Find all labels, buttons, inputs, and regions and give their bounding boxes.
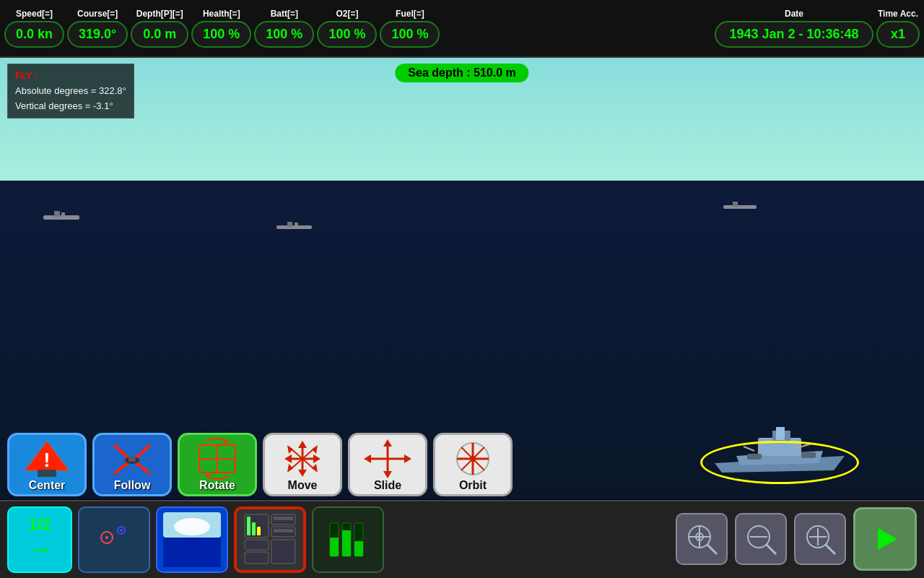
target-zoom-icon: + — [685, 522, 718, 556]
svg-rect-87 — [330, 538, 339, 556]
svg-rect-78 — [245, 552, 269, 564]
page-indicator: 1/2 — [29, 515, 51, 534]
course-group: Course[=] 319.0° — [67, 9, 128, 48]
svg-marker-41 — [284, 454, 292, 463]
svg-marker-49 — [287, 464, 293, 473]
batt-group: Batt[=] 100 % — [254, 9, 314, 48]
orbit-label: Orbit — [459, 480, 487, 491]
svg-rect-89 — [342, 530, 351, 556]
center-icon: ! — [22, 438, 72, 480]
svg-rect-79 — [271, 540, 295, 564]
ship-3 — [722, 201, 758, 214]
speed-value[interactable]: 0.0 kn — [4, 21, 64, 48]
course-value[interactable]: 319.0° — [67, 21, 128, 48]
svg-rect-30 — [128, 456, 136, 462]
acc-value[interactable]: x1 — [876, 21, 920, 48]
o2-label[interactable]: O2[=] — [336, 9, 358, 19]
control-buttons: ! Center Follow — [0, 430, 505, 499]
depth-value[interactable]: 0.0 m — [131, 21, 188, 48]
date-value[interactable]: 1943 Jan 2 - 10:36:48 — [715, 21, 873, 48]
svg-marker-51 — [312, 464, 318, 473]
systems-icon — [319, 512, 377, 567]
systems-button[interactable] — [312, 506, 384, 573]
tactical-map-button[interactable] — [78, 506, 150, 573]
ship-2 — [274, 220, 314, 235]
slide-icon — [362, 438, 413, 480]
acc-label[interactable]: Time Acc. — [878, 9, 918, 19]
date-label[interactable]: Date — [785, 9, 803, 19]
svg-rect-5 — [295, 223, 298, 226]
o2-group: O2[=] 100 % — [317, 9, 377, 48]
depth-label[interactable]: Depth[P][=] — [136, 9, 183, 19]
follow-icon — [107, 438, 157, 480]
rotate-button[interactable]: Rotate — [178, 433, 257, 496]
batt-value[interactable]: 100 % — [254, 21, 314, 48]
svg-marker-37 — [298, 441, 307, 448]
svg-rect-6 — [723, 205, 757, 209]
batt-label[interactable]: Batt[=] — [271, 9, 298, 19]
depth-group: Depth[P][=] 0.0 m — [131, 9, 188, 48]
svg-rect-3 — [276, 225, 312, 229]
svg-rect-77 — [245, 540, 269, 550]
zoom-out-icon — [744, 522, 777, 556]
svg-rect-83 — [274, 517, 293, 520]
hud-bar: Speed[=] 0.0 kn Course[=] 319.0° Depth[P… — [0, 0, 924, 58]
sea-depth-badge: Sea depth : 510.0 m — [395, 64, 528, 82]
zoom-in-button[interactable] — [794, 513, 846, 565]
scene-button[interactable] — [156, 506, 228, 573]
panels-button[interactable] — [234, 506, 306, 573]
date-group: Date 1943 Jan 2 - 10:36:48 — [715, 9, 873, 48]
target-zoom-button[interactable]: + — [676, 513, 728, 565]
center-button[interactable]: ! Center — [7, 433, 87, 496]
follow-button[interactable]: Follow — [92, 433, 172, 496]
svg-rect-73 — [163, 538, 221, 567]
selection-ring — [700, 441, 859, 484]
svg-rect-81 — [252, 522, 256, 535]
fly-label: FLY : — [15, 70, 38, 81]
svg-marker-47 — [312, 445, 318, 454]
svg-rect-82 — [257, 527, 261, 535]
zoom-out-button[interactable] — [735, 513, 787, 565]
speed-label[interactable]: Speed[=] — [16, 9, 53, 19]
course-label[interactable]: Course[=] — [77, 9, 118, 19]
svg-text:+: + — [697, 533, 701, 541]
health-label[interactable]: Health[=] — [203, 9, 240, 19]
orbit-button[interactable]: Orbit — [433, 433, 513, 496]
svg-point-63 — [470, 456, 476, 462]
svg-rect-64 — [89, 516, 139, 564]
center-label: Center — [29, 480, 66, 491]
svg-marker-43 — [313, 454, 321, 463]
fuel-value[interactable]: 100 % — [380, 21, 440, 48]
svg-marker-53 — [364, 454, 371, 463]
svg-marker-57 — [383, 471, 392, 478]
svg-rect-84 — [274, 529, 293, 532]
svg-marker-54 — [404, 454, 411, 463]
rotate-label: Rotate — [199, 480, 235, 491]
play-icon — [867, 521, 903, 557]
page-nav-button[interactable]: 1/2 → — [7, 506, 72, 573]
orbit-icon — [448, 438, 498, 480]
move-icon — [277, 438, 328, 480]
acc-group: Time Acc. x1 — [876, 9, 920, 48]
health-value[interactable]: 100 % — [191, 21, 251, 48]
svg-rect-91 — [354, 541, 363, 556]
ship-1 — [40, 210, 83, 225]
svg-rect-1 — [54, 211, 60, 217]
move-label: Move — [288, 480, 318, 491]
speed-group: Speed[=] 0.0 kn — [4, 9, 64, 48]
svg-rect-4 — [287, 222, 292, 227]
svg-rect-7 — [733, 202, 738, 207]
scene-icon — [163, 512, 221, 567]
vertical-degrees: Vertical degrees = -3.1° — [15, 99, 126, 114]
zoom-in-icon — [803, 522, 837, 556]
o2-value[interactable]: 100 % — [317, 21, 377, 48]
health-group: Health[=] 100 % — [191, 9, 251, 48]
slide-button[interactable]: Slide — [348, 433, 427, 496]
move-button[interactable]: Move — [263, 433, 342, 496]
selected-ship — [707, 423, 852, 484]
svg-point-66 — [105, 536, 108, 539]
svg-rect-17 — [776, 427, 785, 440]
play-button[interactable] — [853, 507, 917, 571]
fuel-label[interactable]: Fuel[=] — [396, 9, 424, 19]
rotate-icon — [192, 438, 243, 480]
